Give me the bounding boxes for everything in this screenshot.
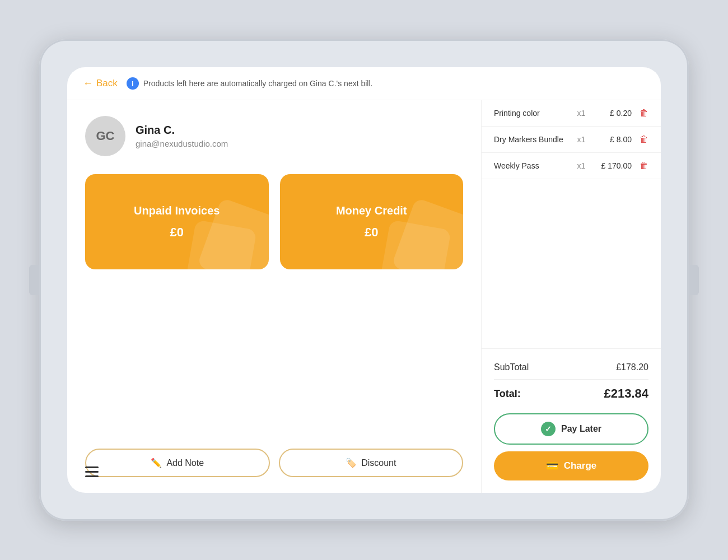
order-item: Weekly Pass x1 £ 170.00 🗑 (482, 153, 661, 179)
total-label: Total: (494, 388, 521, 400)
order-items-list: Printing color x1 £ 0.20 🗑 Dry Markers B… (482, 100, 661, 348)
add-note-button[interactable]: ✏️ Add Note (85, 449, 270, 477)
discount-button[interactable]: 🏷️ Discount (279, 449, 464, 477)
tablet-button-left (29, 265, 39, 295)
money-credit-title: Money Credit (336, 204, 407, 217)
total-row: Total: £213.84 (494, 382, 648, 405)
info-notice: i Products left here are automatically c… (127, 77, 373, 90)
avatar-initials: GC (96, 129, 115, 143)
order-item: Dry Markers Bundle x1 £ 8.00 🗑 (482, 127, 661, 153)
avatar: GC (85, 116, 125, 156)
delete-item-icon[interactable]: 🗑 (640, 134, 648, 144)
item-qty: x1 (575, 161, 588, 170)
summary-divider (494, 379, 648, 380)
item-name: Dry Markers Bundle (494, 135, 570, 144)
order-item: Printing color x1 £ 0.20 🗑 (482, 100, 661, 127)
money-credit-card[interactable]: Money Credit £0 (280, 174, 464, 269)
unpaid-invoices-title: Unpaid Invoices (134, 204, 220, 217)
hamburger-menu[interactable] (85, 466, 99, 477)
order-summary: SubTotal £178.20 Total: £213.84 (482, 348, 661, 405)
left-panel: GC Gina C. gina@nexudustudio.com Unpaid … (67, 100, 482, 493)
total-value: £213.84 (604, 386, 648, 401)
item-name: Printing color (494, 109, 570, 118)
tablet-button-right (689, 265, 699, 295)
action-buttons: ✓ Pay Later 💳 Charge (482, 405, 661, 493)
subtotal-row: SubTotal £178.20 (494, 358, 648, 377)
user-details: Gina C. gina@nexudustudio.com (136, 124, 228, 148)
back-label: Back (96, 78, 118, 89)
discount-icon: 🏷️ (346, 458, 357, 468)
subtotal-value: £178.20 (616, 362, 648, 372)
delete-item-icon[interactable]: 🗑 (640, 161, 648, 171)
item-price: £ 8.00 (592, 135, 632, 144)
unpaid-invoices-card[interactable]: Unpaid Invoices £0 (85, 174, 269, 269)
credit-card-icon: 💳 (546, 460, 558, 472)
subtotal-label: SubTotal (494, 362, 529, 372)
screen: ← Back i Products left here are automati… (67, 67, 661, 493)
notice-text: Products left here are automatically cha… (143, 79, 373, 88)
delete-item-icon[interactable]: 🗑 (640, 108, 648, 118)
user-info: GC Gina C. gina@nexudustudio.com (85, 116, 463, 156)
add-note-label: Add Note (166, 458, 204, 468)
right-panel: Printing color x1 £ 0.20 🗑 Dry Markers B… (482, 100, 661, 493)
item-name: Weekly Pass (494, 161, 570, 170)
back-arrow-icon: ← (83, 78, 93, 90)
user-email: gina@nexudustudio.com (136, 139, 228, 148)
main-content: GC Gina C. gina@nexudustudio.com Unpaid … (67, 100, 661, 493)
item-qty: x1 (575, 109, 588, 118)
cards-row: Unpaid Invoices £0 Money Credit £0 (85, 174, 463, 269)
check-icon: ✓ (541, 422, 556, 436)
item-price: £ 0.20 (592, 109, 632, 118)
item-qty: x1 (575, 135, 588, 144)
tablet-frame: ← Back i Products left here are automati… (39, 39, 689, 521)
money-credit-amount: £0 (365, 225, 378, 240)
unpaid-invoices-amount: £0 (170, 225, 184, 240)
pay-later-button[interactable]: ✓ Pay Later (494, 413, 648, 445)
bottom-actions: ✏️ Add Note 🏷️ Discount (85, 449, 463, 477)
discount-label: Discount (361, 458, 396, 468)
charge-label: Charge (564, 460, 597, 472)
back-button[interactable]: ← Back (83, 78, 118, 90)
item-price: £ 170.00 (592, 161, 632, 170)
top-bar: ← Back i Products left here are automati… (67, 67, 661, 100)
charge-button[interactable]: 💳 Charge (494, 451, 648, 480)
info-icon: i (127, 77, 139, 90)
add-note-icon: ✏️ (151, 458, 162, 468)
user-name: Gina C. (136, 124, 228, 137)
pay-later-label: Pay Later (561, 424, 601, 434)
